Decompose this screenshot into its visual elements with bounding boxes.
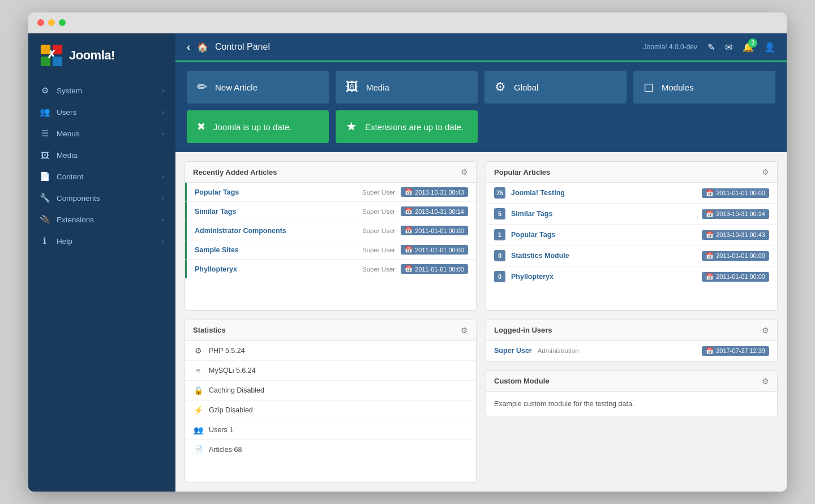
sidebar-item-help[interactable]: ℹ Help ›: [28, 230, 175, 252]
statistics-body: ⚙ PHP 5.5.24 ≡ MySQLi 5.6.24 🔒 Caching D…: [185, 341, 476, 459]
media-quick-icon: 🖼: [346, 80, 358, 94]
cal-icon: 📅: [706, 252, 714, 260]
sidebar-arrow-menus: ›: [162, 130, 164, 137]
popular-row: 75 Joomla! Testing 📅 2011-01-01 00:00: [486, 183, 777, 204]
articles-stat-icon: 📄: [193, 445, 203, 454]
custom-module-header: Custom Module ⚙: [486, 371, 777, 392]
sidebar-label-system: System: [57, 87, 82, 95]
stats-row-gzip: ⚡ Gzip Disabled: [185, 400, 476, 420]
calendar-icon-1: 📅: [405, 208, 413, 215]
pop-title-3[interactable]: Statistics Module: [511, 252, 696, 260]
quick-action-extensions-update[interactable]: ★ Extensions are up to date.: [336, 110, 478, 143]
custom-module-title: Custom Module: [494, 377, 550, 385]
sidebar-item-extensions[interactable]: 🔌 Extensions ›: [28, 209, 175, 230]
svg-text:✗: ✗: [47, 49, 56, 61]
popular-row: 0 Statistics Module 📅 2011-01-01 00:00: [486, 245, 777, 266]
popular-articles-title: Popular Articles: [494, 168, 550, 176]
sidebar-item-content[interactable]: 📄 Content ›: [28, 166, 175, 187]
cal-icon: 📅: [706, 189, 714, 197]
pop-title-1[interactable]: Similar Tags: [511, 210, 696, 218]
topbar-user-icon[interactable]: 👤: [764, 42, 775, 53]
articles-label: Articles 68: [209, 446, 242, 454]
article-title-4[interactable]: Phyllopteryx: [195, 265, 353, 273]
quick-action-joomla-update[interactable]: ✖ Joomla is up to date.: [187, 110, 329, 143]
topbar: ‹ 🏠 Control Panel Joomla! 4.0.0-dev ✎ ✉ …: [175, 33, 787, 62]
recently-added-gear[interactable]: ⚙: [461, 167, 468, 176]
joomla-update-label: Joomla is up to date.: [213, 122, 291, 132]
pop-count-2: 1: [494, 229, 505, 240]
browser-minimize-btn[interactable]: [48, 19, 55, 26]
stats-row-mysql: ≡ MySQLi 5.6.24: [185, 361, 476, 381]
dashboard-area: Recently Added Articles ⚙ Popular Tags S…: [175, 152, 787, 492]
article-date-0: 📅 2013-10-31 00:43: [401, 187, 468, 197]
topbar-bell-icon[interactable]: 🔔 3: [743, 42, 754, 53]
logged-in-header: Logged-in Users ⚙: [486, 320, 777, 341]
sidebar-arrow-components: ›: [162, 195, 164, 201]
sidebar-item-menus[interactable]: ☰ Menus ›: [28, 123, 175, 144]
stats-row-caching: 🔒 Caching Disabled: [185, 381, 476, 400]
content-icon: 📄: [40, 171, 50, 182]
article-title-0[interactable]: Popular Tags: [195, 188, 353, 196]
pop-title-2[interactable]: Popular Tags: [511, 231, 696, 239]
mysql-label: MySQLi 5.6.24: [209, 367, 256, 374]
quick-action-global[interactable]: ⚙ Global: [484, 71, 627, 104]
system-icon: ⚙: [40, 85, 50, 96]
topbar-edit-icon[interactable]: ✎: [707, 42, 715, 53]
article-title-1[interactable]: Similar Tags: [195, 208, 353, 216]
popular-row: 0 Phyllopteryx 📅 2011-01-01 00:00: [486, 266, 777, 287]
pop-count-3: 0: [494, 250, 505, 261]
quick-action-media[interactable]: 🖼 Media: [336, 71, 478, 104]
sidebar-logo-text: Joomla!: [69, 48, 115, 63]
article-date-3: 📅 2011-01-01 00:00: [401, 245, 468, 255]
table-row: Sample Sites Super User 📅 2011-01-01 00:…: [185, 240, 476, 260]
pop-date-4: 📅 2011-01-01 00:00: [702, 272, 769, 282]
quick-action-new-article[interactable]: ✏ New Article: [187, 71, 329, 104]
article-author-3: Super User: [362, 247, 395, 253]
sidebar-label-media: Media: [57, 151, 78, 160]
user-name-0[interactable]: Super User: [494, 347, 532, 355]
statistics-gear[interactable]: ⚙: [461, 326, 468, 335]
popular-row: 5 Similar Tags 📅 2013-10-31 00:14: [486, 204, 777, 225]
browser-close-btn[interactable]: [37, 19, 44, 26]
pop-count-4: 0: [494, 271, 505, 282]
modules-quick-label: Modules: [662, 83, 694, 92]
popular-row: 1 Popular Tags 📅 2013-10-31 00:43: [486, 225, 777, 245]
quick-action-modules[interactable]: ◻ Modules: [633, 71, 775, 104]
pop-title-4[interactable]: Phyllopteryx: [511, 273, 696, 281]
extensions-update-label: Extensions are up to date.: [365, 122, 464, 132]
custom-module-gear[interactable]: ⚙: [762, 377, 769, 386]
calendar-icon-3: 📅: [405, 246, 413, 253]
users-label: Users 1: [209, 426, 233, 434]
popular-articles-gear[interactable]: ⚙: [762, 167, 769, 176]
help-icon: ℹ: [40, 236, 50, 246]
browser-maximize-btn[interactable]: [59, 19, 66, 26]
table-row: Phyllopteryx Super User 📅 2011-01-01 00:…: [185, 260, 476, 278]
caching-label: Caching Disabled: [209, 386, 264, 394]
sidebar-label-content: Content: [57, 173, 83, 181]
recently-added-header: Recently Added Articles ⚙: [185, 162, 476, 183]
menus-icon: ☰: [40, 128, 50, 139]
components-icon: 🔧: [40, 193, 50, 203]
article-date-4: 📅 2011-01-01 00:00: [401, 264, 468, 274]
main-content: ‹ 🏠 Control Panel Joomla! 4.0.0-dev ✎ ✉ …: [175, 33, 787, 492]
pop-count-1: 5: [494, 208, 505, 219]
gzip-icon: ⚡: [193, 406, 203, 415]
sidebar-item-system[interactable]: ⚙ System ›: [28, 80, 175, 101]
sidebar-item-users[interactable]: 👥 Users ›: [28, 101, 175, 123]
popular-articles-body: 75 Joomla! Testing 📅 2011-01-01 00:00 5 …: [486, 183, 777, 287]
calendar-icon-2: 📅: [405, 227, 413, 234]
mysql-icon: ≡: [193, 366, 203, 375]
sidebar-item-components[interactable]: 🔧 Components ›: [28, 187, 175, 209]
pop-title-0[interactable]: Joomla! Testing: [511, 189, 696, 197]
logged-in-gear[interactable]: ⚙: [762, 326, 769, 335]
joomla-update-icon: ✖: [197, 120, 205, 133]
topbar-mail-icon[interactable]: ✉: [725, 42, 732, 53]
article-title-2[interactable]: Administrator Components: [195, 227, 353, 235]
custom-module-panel: Custom Module ⚙ Example custom module fo…: [486, 371, 778, 416]
pop-date-2: 📅 2013-10-31 00:43: [702, 230, 769, 240]
pop-date-3: 📅 2011-01-01 00:00: [702, 251, 769, 261]
sidebar-item-media[interactable]: 🖼 Media: [28, 144, 175, 166]
topbar-back-button[interactable]: ‹: [187, 41, 190, 53]
stats-row-users: 👥 Users 1: [185, 420, 476, 440]
article-title-3[interactable]: Sample Sites: [195, 246, 353, 254]
